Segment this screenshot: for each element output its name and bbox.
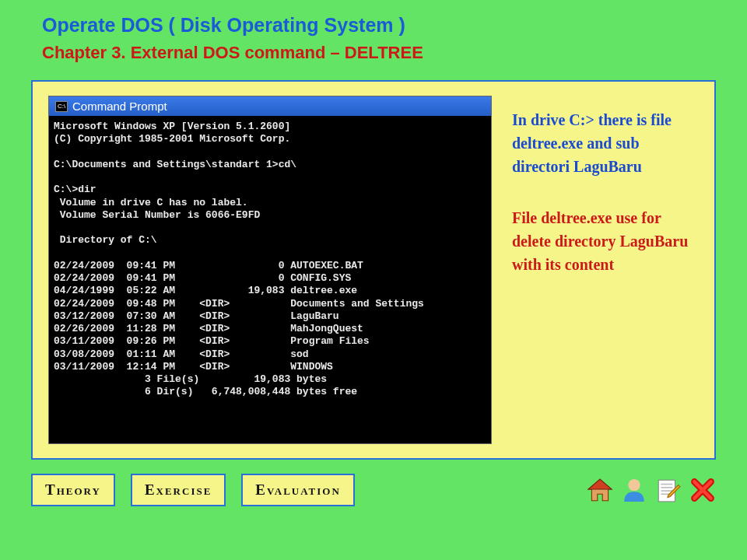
- explanation-pane: In drive C:> there is file deltree.exe a…: [509, 96, 699, 444]
- svg-marker-1: [588, 479, 612, 489]
- home-icon[interactable]: [587, 477, 613, 503]
- toolbar-icons: [587, 477, 716, 503]
- command-prompt-title: Command Prompt: [72, 100, 167, 113]
- theory-button[interactable]: Theory: [31, 474, 115, 506]
- chapter-title: Chapter 3. External DOS command – DELTRE…: [42, 43, 730, 63]
- explanation-text-1: In drive C:> there is file deltree.exe a…: [512, 108, 696, 178]
- evaluation-button[interactable]: Evaluation: [241, 474, 355, 506]
- exercise-button[interactable]: Exercise: [131, 474, 226, 506]
- course-title: Operate DOS ( Disk Operating System ): [42, 14, 730, 37]
- command-prompt-window: C:\ Command Prompt Microsoft Windows XP …: [48, 96, 492, 444]
- command-prompt-output: Microsoft Windows XP [Version 5.1.2600] …: [49, 116, 491, 443]
- user-icon[interactable]: [621, 477, 647, 503]
- bottom-bar: Theory Exercise Evaluation: [31, 474, 716, 506]
- command-prompt-titlebar: C:\ Command Prompt: [49, 96, 491, 116]
- close-icon[interactable]: [689, 477, 716, 503]
- cmd-icon: C:\: [55, 101, 68, 112]
- edit-icon[interactable]: [655, 477, 682, 503]
- lesson-panel: C:\ Command Prompt Microsoft Windows XP …: [31, 80, 716, 460]
- explanation-text-2: File deltree.exe use for delete director…: [512, 206, 696, 276]
- svg-point-3: [629, 479, 640, 491]
